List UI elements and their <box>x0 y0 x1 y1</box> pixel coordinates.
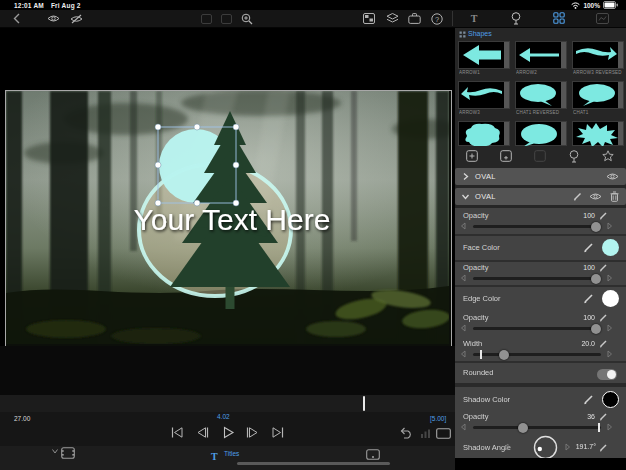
zoom-in-icon[interactable] <box>240 12 254 25</box>
shape-style-icon[interactable] <box>567 149 581 163</box>
hide-overlays-icon[interactable] <box>69 12 83 25</box>
edit-pencil-icon[interactable] <box>599 412 608 421</box>
tab-text[interactable]: T <box>466 11 482 25</box>
media-source-icon[interactable] <box>61 447 75 461</box>
rename-layer-icon[interactable] <box>573 191 583 201</box>
slider-decrement-icon[interactable] <box>460 222 468 230</box>
edit-pencil-icon[interactable] <box>583 394 594 405</box>
layer-visibility-icon[interactable] <box>606 172 619 181</box>
properties-panel: Opacity 100 Face Color Opacity 100 <box>455 208 626 458</box>
width-slider[interactable] <box>455 349 626 360</box>
toolbar-divider <box>452 11 453 26</box>
timeline-empty-area <box>0 346 455 395</box>
edit-pencil-icon[interactable] <box>599 211 608 220</box>
rounded-toggle[interactable] <box>597 369 617 380</box>
shape-name: ARROW1 <box>459 70 511 75</box>
chevron-right-icon[interactable] <box>461 172 470 181</box>
titles-source-label[interactable]: Titles <box>224 450 239 457</box>
layer-row-oval-expanded[interactable]: OVAL <box>455 188 626 205</box>
project-briefcase-icon[interactable] <box>407 12 421 25</box>
shape-tile-chat1[interactable] <box>572 81 624 109</box>
titles-source-icon[interactable]: T <box>211 446 225 460</box>
add-shape-icon[interactable] <box>465 149 479 163</box>
shadow-angle-dial[interactable] <box>533 435 558 458</box>
property-label: Face Color <box>463 243 500 252</box>
angle-increment-icon[interactable] <box>565 443 573 451</box>
slider-increment-icon[interactable] <box>607 222 615 230</box>
property-row-rounded: Rounded <box>455 365 626 381</box>
slider-increment-icon[interactable] <box>607 274 615 282</box>
face-color-swatch[interactable] <box>602 239 619 256</box>
help-icon[interactable]: ? <box>430 12 444 25</box>
slider-decrement-icon[interactable] <box>460 350 468 358</box>
property-value: 36 <box>587 413 595 420</box>
previous-frame-button[interactable] <box>195 426 209 440</box>
timeline-scrollbar[interactable] <box>237 462 390 465</box>
play-button[interactable] <box>221 426 235 440</box>
property-label: Edge Color <box>463 294 501 303</box>
layers-icon[interactable] <box>385 12 399 25</box>
shape-tile-chat1-reversed[interactable] <box>515 81 567 109</box>
shape-tile-chat2-reversed[interactable] <box>458 121 510 146</box>
video-preview[interactable]: Your Text Here <box>5 90 452 347</box>
edit-pencil-icon[interactable] <box>583 242 594 253</box>
shape-tile-chat2[interactable] <box>515 121 567 146</box>
status-time: 12:01 AM <box>14 2 44 9</box>
edit-pencil-icon[interactable] <box>599 263 608 272</box>
shape-name: ARROW3 <box>459 110 511 115</box>
slider-increment-icon[interactable] <box>607 324 615 332</box>
shape-tile-arrow3[interactable] <box>458 81 510 109</box>
property-value: 100 <box>583 212 595 219</box>
tab-shapes-library-active[interactable] <box>551 11 567 25</box>
property-label: Opacity <box>463 412 488 421</box>
shape-tile-arrow1[interactable] <box>458 41 510 69</box>
angle-decrement-icon[interactable] <box>503 443 511 451</box>
chevron-down-icon[interactable] <box>461 192 470 201</box>
slider-decrement-icon[interactable] <box>460 274 468 282</box>
tab-shape-tool[interactable] <box>508 11 524 25</box>
slider-decrement-icon[interactable] <box>460 423 468 431</box>
timeline-ruler[interactable] <box>0 395 455 412</box>
preview-frame-icon[interactable] <box>366 449 380 463</box>
slider-increment-icon[interactable] <box>607 350 615 358</box>
default-value-tick <box>480 350 482 359</box>
delete-layer-icon[interactable] <box>610 191 619 202</box>
previous-clip-button[interactable] <box>170 426 184 440</box>
duplicate-icon-disabled <box>533 149 547 163</box>
background-checker-icon[interactable] <box>362 12 376 25</box>
back-button[interactable] <box>9 12 23 25</box>
edit-pencil-icon[interactable] <box>583 293 594 304</box>
layer-name: OVAL <box>475 192 496 201</box>
shadow-color-swatch[interactable] <box>602 391 619 408</box>
property-label: Shadow Color <box>463 395 510 404</box>
layer-row-oval-collapsed[interactable]: OVAL <box>455 168 626 185</box>
edit-pencil-icon[interactable] <box>599 339 608 348</box>
edge-color-swatch[interactable] <box>602 290 619 307</box>
overlay-title-text[interactable]: Your Text Here <box>134 203 331 236</box>
property-row-edge-color: Edge Color <box>455 287 626 310</box>
property-label: Opacity <box>463 263 488 272</box>
shape-tile-arrow2[interactable] <box>515 41 567 69</box>
next-frame-button[interactable] <box>246 426 260 440</box>
playhead[interactable] <box>363 396 365 411</box>
favorite-star-icon[interactable] <box>601 149 615 163</box>
undo-button[interactable] <box>399 427 413 441</box>
opacity-slider-2[interactable] <box>455 273 626 284</box>
property-value: 100 <box>583 314 595 321</box>
save-preset-icon[interactable] <box>499 149 513 163</box>
display-output-button[interactable] <box>436 428 450 442</box>
edit-pencil-icon[interactable] <box>599 443 608 452</box>
shape-tile-arrow3-reversed[interactable] <box>572 41 624 69</box>
show-overlays-icon[interactable] <box>46 12 60 25</box>
position-timecode: 4.02 <box>217 413 230 420</box>
shape-tile-explosion[interactable] <box>572 121 624 146</box>
layer-visibility-icon[interactable] <box>589 192 602 201</box>
edit-pencil-icon[interactable] <box>599 313 608 322</box>
clip-duration: [5.00] <box>430 415 446 422</box>
slider-increment-icon[interactable] <box>607 423 615 431</box>
next-clip-button[interactable] <box>271 426 285 440</box>
shadow-opacity-slider[interactable] <box>455 422 626 433</box>
opacity-slider-3[interactable] <box>455 323 626 334</box>
opacity-slider-1[interactable] <box>455 221 626 232</box>
slider-decrement-icon[interactable] <box>460 324 468 332</box>
